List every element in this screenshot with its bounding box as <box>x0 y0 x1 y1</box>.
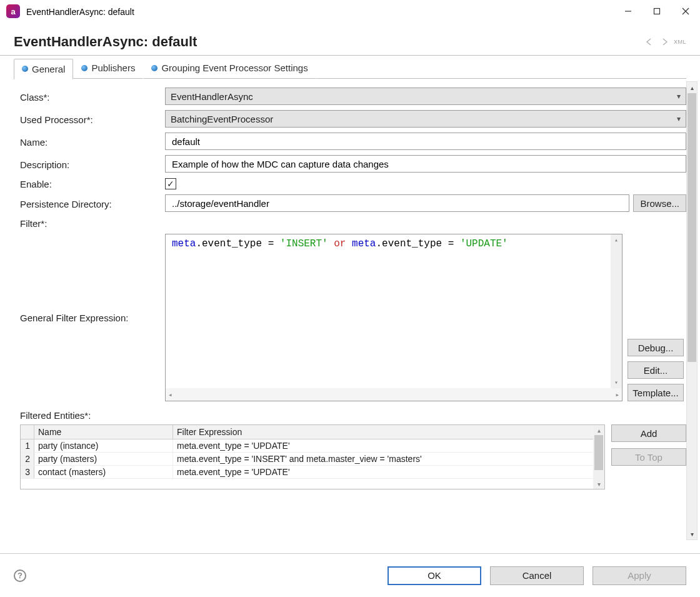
titlebar: a EventHandlerAsync: default <box>0 0 700 23</box>
dialog-footer: ? OK Cancel Apply <box>0 553 700 597</box>
page-title: EventHandlerAsync: default <box>14 34 644 50</box>
app-icon: a <box>6 4 20 18</box>
add-button[interactable]: Add <box>611 424 686 442</box>
general-filter-expr-label: General Filter Expression: <box>20 234 165 401</box>
to-top-button[interactable]: To Top <box>611 448 686 466</box>
nav-back-icon[interactable] <box>644 38 655 46</box>
persistence-dir-label: Persistence Directory: <box>20 198 165 209</box>
combo-value: BatchingEventProcessor <box>171 114 273 124</box>
filter-label: Filter*: <box>20 217 165 229</box>
page-header: EventHandlerAsync: default XML <box>0 23 700 56</box>
help-icon[interactable]: ? <box>14 569 26 582</box>
filtered-entities-table[interactable]: Name Filter Expression 1 party (instance… <box>20 424 605 489</box>
tab-grouping[interactable]: Grouping Event Processor Settings <box>143 58 316 79</box>
row-expr: meta.event_type = 'UPDATE' <box>173 439 604 452</box>
code-content[interactable]: meta.event_type = 'INSERT' or meta.event… <box>166 234 622 388</box>
apply-button[interactable]: Apply <box>592 566 686 585</box>
row-expr: meta.event_type = 'UPDATE' <box>173 466 604 478</box>
bullet-icon <box>22 66 28 72</box>
name-input-field[interactable] <box>171 136 681 148</box>
table-vertical-scrollbar[interactable]: ▴ ▾ <box>593 425 604 489</box>
window-title: EventHandlerAsync: default <box>26 6 614 17</box>
edit-button[interactable]: Edit... <box>628 361 684 379</box>
minimize-button[interactable] <box>614 0 642 23</box>
class-label: Class*: <box>20 91 165 103</box>
maximize-button[interactable] <box>642 0 671 23</box>
table-header-name: Name <box>34 425 173 439</box>
chevron-down-icon: ▾ <box>677 92 681 101</box>
table-row[interactable]: 2 party (masters) meta.event_type = 'INS… <box>21 453 604 466</box>
tab-publishers[interactable]: Publishers <box>73 58 143 79</box>
name-input[interactable] <box>165 133 686 150</box>
class-combo[interactable]: EventHandlerAsync ▾ <box>165 88 686 105</box>
tab-label: Publishers <box>91 63 135 73</box>
description-label: Description: <box>20 158 165 170</box>
description-input[interactable] <box>165 155 686 173</box>
used-processor-combo[interactable]: BatchingEventProcessor ▾ <box>165 110 686 128</box>
enable-label: Enable: <box>20 178 165 189</box>
code-horizontal-scrollbar[interactable]: ◂▸ <box>166 388 622 401</box>
tab-general[interactable]: General <box>14 59 73 79</box>
combo-value: EventHandlerAsync <box>171 91 253 102</box>
tabs: General Publishers Grouping Event Proces… <box>0 56 700 79</box>
svg-rect-1 <box>654 9 660 14</box>
form-panel: Class*: EventHandlerAsync ▾ Used Process… <box>0 79 700 543</box>
close-button[interactable] <box>671 0 700 23</box>
row-number: 3 <box>21 466 34 478</box>
code-vertical-scrollbar[interactable]: ▴▾ <box>611 234 622 388</box>
row-name: contact (masters) <box>34 466 173 478</box>
row-number: 1 <box>21 439 34 452</box>
bullet-icon <box>81 65 88 71</box>
cancel-button[interactable]: Cancel <box>490 566 584 585</box>
used-processor-label: Used Processor*: <box>20 113 165 125</box>
name-label: Name: <box>20 136 165 148</box>
row-expr: meta.event_type = 'INSERT' and meta.mast… <box>173 453 604 465</box>
filtered-entities-label: Filtered Entities*: <box>20 410 686 421</box>
enable-checkbox[interactable]: ✓ <box>165 178 176 189</box>
template-button[interactable]: Template... <box>628 384 684 401</box>
tab-label: Grouping Event Processor Settings <box>161 63 308 73</box>
tab-label: General <box>32 64 65 74</box>
nav-forward-icon[interactable] <box>659 38 670 46</box>
filter-expression-editor[interactable]: meta.event_type = 'INSERT' or meta.event… <box>165 234 622 401</box>
description-input-field[interactable] <box>171 158 681 170</box>
row-name: party (instance) <box>34 439 173 452</box>
debug-button[interactable]: Debug... <box>628 339 684 356</box>
row-name: party (masters) <box>34 453 173 465</box>
persistence-dir-input[interactable] <box>165 194 629 212</box>
ok-button[interactable]: OK <box>388 566 481 585</box>
bullet-icon <box>151 65 158 71</box>
form-vertical-scrollbar[interactable]: ▴ ▾ <box>686 81 698 540</box>
persistence-dir-field[interactable] <box>171 198 624 209</box>
browse-button[interactable]: Browse... <box>633 194 686 212</box>
row-number: 2 <box>21 453 34 465</box>
chevron-down-icon: ▾ <box>677 114 681 123</box>
table-row[interactable]: 1 party (instance) meta.event_type = 'UP… <box>21 439 604 453</box>
table-header-expr: Filter Expression <box>173 425 604 439</box>
table-header-rownum <box>21 425 34 439</box>
xml-view-button[interactable]: XML <box>674 39 686 45</box>
table-row[interactable]: 3 contact (masters) meta.event_type = 'U… <box>21 466 604 479</box>
